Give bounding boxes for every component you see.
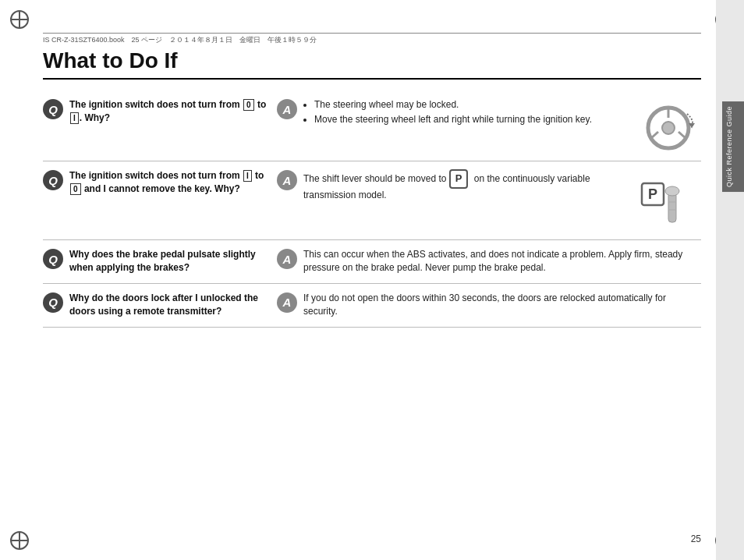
q4-q-icon: Q (43, 292, 63, 313)
q2-question-block: Q The ignition switch does not turn from… (43, 169, 269, 196)
q2-p-icon: P (449, 169, 469, 189)
q3-answer-block: A This can occur when the ABS activates,… (277, 248, 701, 275)
q1-answer-area: A The steering wheel may be locked. Move… (277, 98, 701, 153)
q3-answer-text: This can occur when the ABS activates, a… (303, 248, 701, 275)
main-content: What to Do If Q The ignition switch does… (43, 48, 701, 533)
page-title: What to Do If (43, 48, 701, 80)
q3-q-icon: Q (43, 249, 63, 269)
svg-point-9 (665, 186, 679, 196)
header-text: IS CR-Z-31SZT6400.book 25 ページ ２０１４年８月１日 … (43, 35, 317, 45)
q1-answer-block: A The steering wheel may be locked. Move… (277, 98, 634, 129)
qa-item-3: Q Why does the brake pedal pulsate sligh… (43, 240, 701, 284)
q2-answer-block: A The shift lever should be moved to P o… (277, 169, 634, 202)
q4-question-text: Why do the doors lock after I unlocked t… (69, 292, 269, 318)
qa-item-2: Q The ignition switch does not turn from… (43, 161, 701, 240)
sidebar-tab: Quick Reference Guide (722, 101, 744, 192)
q4-question-block: Q Why do the doors lock after I unlocked… (43, 292, 269, 318)
q3-question-text: Why does the brake pedal pulsate slightl… (69, 248, 269, 275)
q3-a-icon: A (277, 249, 297, 269)
svg-rect-8 (668, 193, 676, 222)
q4-a-icon: A (277, 292, 297, 313)
q4-answer-block: A If you do not open the doors within 30… (277, 292, 701, 319)
q1-illustration (639, 98, 701, 153)
q1-a-icon: A (277, 99, 297, 119)
q2-from-icon: I (243, 170, 252, 182)
q2-q-icon: Q (43, 170, 63, 190)
q2-to-icon: 0 (70, 183, 81, 195)
q2-illustration: P (639, 169, 701, 232)
q2-a-icon: A (277, 170, 297, 190)
qa-item-4: Q Why do the doors lock after I unlocked… (43, 284, 701, 328)
q1-question-block: Q The ignition switch does not turn from… (43, 98, 269, 125)
right-sidebar: Quick Reference Guide (716, 0, 744, 560)
reg-mark-bl (12, 533, 27, 548)
q1-to-icon: I (70, 112, 79, 124)
q1-question-text: The ignition switch does not turn from 0… (69, 98, 269, 125)
q2-answer-text: The shift lever should be moved to P on … (303, 169, 634, 202)
reg-mark-tl (12, 12, 27, 27)
q3-question-block: Q Why does the brake pedal pulsate sligh… (43, 248, 269, 275)
qa-item-1: Q The ignition switch does not turn from… (43, 90, 701, 161)
svg-text:P: P (648, 186, 657, 202)
q1-from-icon: 0 (243, 99, 254, 111)
q1-q-icon: Q (43, 99, 63, 119)
q1-answer-text: The steering wheel may be locked. Move t… (303, 98, 634, 129)
svg-point-4 (662, 122, 675, 134)
page-number: 25 (691, 533, 701, 544)
q2-question-text: The ignition switch does not turn from I… (69, 169, 269, 196)
q2-answer-area: A The shift lever should be moved to P o… (277, 169, 701, 232)
header-line: IS CR-Z-31SZT6400.book 25 ページ ２０１４年８月１日 … (43, 33, 701, 45)
q4-answer-text: If you do not open the doors within 30 s… (303, 292, 701, 319)
